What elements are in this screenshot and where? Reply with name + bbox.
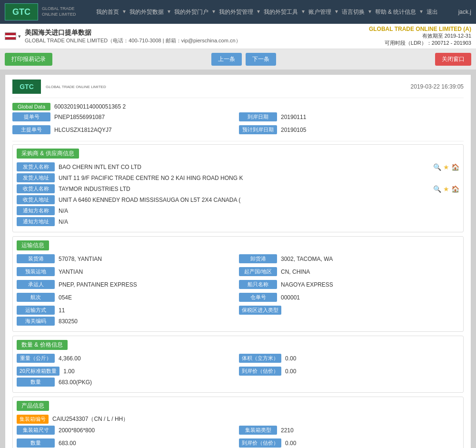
prev-button-top[interactable]: 上一条 [211, 53, 242, 66]
consignee-addr-label: 收货人地址 [17, 195, 55, 204]
nav-logout[interactable]: 退出 [423, 8, 442, 16]
weight-row: 重量（公斤） 4,366.00 [17, 354, 237, 363]
consignee-home-icon[interactable]: 🏠 [451, 185, 459, 193]
nav-account[interactable]: 账户管理 [305, 8, 335, 16]
document-card: GTC GLOBAL TRADE ONLINE LIMITED 2019-03-… [5, 74, 471, 448]
nav-bar: 我的首页 ▾ 我的外贸数据 ▾ 我的外贸门户 ▾ 我的外贸管理 ▾ 我的外贸工具… [92, 8, 442, 16]
origin-label: 起产国/地区 [239, 267, 277, 276]
card-logo-sub: GLOBAL TRADE ONLINE LIMITED [46, 85, 106, 89]
manifest-value: 000001 [281, 294, 459, 301]
shipper-name-row: 发货人名称 BAO CHERN INTL ENT CO LTD 🔍 ★ 🏠 [17, 162, 459, 171]
shipper-addr-label: 发货人地址 [17, 173, 55, 182]
prod-price-value: 0.00 [285, 440, 459, 447]
container-no-row: 集装箱编号 CAIU2543307（CN / L / HH） [17, 415, 459, 424]
ldr-info: 可用时段（LDR）：200712 - 201903 [369, 40, 471, 47]
estimated-date-value: 20190105 [281, 127, 464, 133]
shipper-addr-value: UNIT 11 9/F PACIFIC TRADE CENTRE NO 2 KA… [59, 175, 459, 181]
volume-label: 体积（立方米） [239, 354, 281, 363]
master-bill-value: HLCUSZX1812AQYJ7 [54, 127, 237, 133]
dest-port-label: 卸货港 [239, 254, 277, 263]
voyage-value: 054E [59, 294, 237, 301]
nav-portal[interactable]: 我的外贸门户 [170, 8, 212, 16]
container20-label: 20尺标准箱数量 [17, 367, 60, 376]
banner-left: ▾ 美国海关进口提单数据 GLOBAL TRADE ONLINE LIMITED… [5, 29, 241, 44]
bonded-row: 保税区进入类型 [239, 306, 459, 315]
estimated-date-row: 预计到岸日期 20190105 [239, 125, 464, 134]
notify-name-row: 通知方名称 N/A [17, 206, 459, 215]
container-no-label: 集装箱编号 [17, 415, 49, 424]
shipper-star-icon[interactable]: ★ [443, 163, 449, 171]
notify-addr-value: N/A [59, 219, 459, 225]
arrival-date-value: 20190111 [281, 114, 464, 120]
nav-manage[interactable]: 我的外贸管理 [215, 8, 257, 16]
arrival-price-label: 到岸价（估价） [239, 367, 281, 376]
prod-qty-row: 数量 683.00 [17, 438, 237, 448]
weight-value: 4,366.00 [59, 355, 237, 362]
consignee-addr-row: 收货人地址 UNIT A 6460 KENNEDY ROAD MISSISSAU… [17, 195, 459, 204]
nav-buttons-top: 上一条 下一条 [211, 53, 276, 66]
quantity-price-title: 数量 & 价格信息 [17, 340, 68, 350]
consignee-actions: 🔍 ★ 🏠 [433, 185, 459, 193]
transport-mode-row: 运输方式 11 [17, 306, 237, 315]
banner-info: 美国海关进口提单数据 GLOBAL TRADE ONLINE LIMITED（电… [25, 29, 241, 44]
logo-box: GTC [5, 3, 38, 20]
nav-data[interactable]: 我的外贸数据 [126, 8, 168, 16]
notify-addr-row: 通知方地址 N/A [17, 217, 459, 226]
qty-label: 数量 [17, 378, 55, 387]
print-button-top[interactable]: 打印报易记录 [5, 53, 52, 66]
product-title: 产品信息 [17, 401, 49, 411]
global-data-value: 600320190114000051365 2 [54, 103, 464, 110]
arrival-price-value: 0.00 [285, 368, 459, 375]
load-port-label: 装货港 [17, 254, 55, 263]
manifest-row: 仓单号 000001 [239, 293, 459, 302]
vessel-label: 船只名称 [239, 280, 277, 289]
pre-transport-label: 预装运地 [17, 267, 55, 276]
card-header: GTC GLOBAL TRADE ONLINE LIMITED 2019-03-… [12, 80, 464, 98]
consignee-star-icon[interactable]: ★ [443, 185, 449, 193]
bill-no-value: PNEP18556991087 [54, 114, 237, 120]
voyage-row: 航次 054E [17, 293, 237, 302]
voyage-label: 航次 [17, 293, 55, 302]
shipper-addr-row: 发货人地址 UNIT 11 9/F PACIFIC TRADE CENTRE N… [17, 173, 459, 182]
bill-no-row: 提单号 PNEP18556991087 [12, 112, 237, 121]
estimated-date-label: 预计到岸日期 [239, 125, 277, 134]
consignee-name-value: TAYMOR INDUSTRIES LTD [59, 186, 429, 192]
transport-mode-label: 运输方式 [17, 306, 55, 315]
nav-home[interactable]: 我的首页 [92, 8, 123, 16]
us-flag-icon [5, 32, 16, 40]
carrier-label: 承运人 [17, 280, 55, 289]
consignee-addr-value: UNIT A 6460 KENNEDY ROAD MISSISSAUGA ON … [59, 197, 459, 203]
flag-area: ▾ [5, 32, 21, 40]
product-section: 产品信息 集装箱编号 CAIU2543307（CN / L / HH） 集装箱尺… [12, 397, 464, 448]
load-port-value: 57078, YANTIAN [59, 256, 237, 262]
top-banner: ▾ 美国海关进口提单数据 GLOBAL TRADE ONLINE LIMITED… [0, 24, 476, 49]
customs-code-label: 海关编码 [17, 317, 55, 326]
company-name: GLOBAL TRADE ONLINE LIMITED (A) [369, 26, 471, 32]
load-port-row: 装货港 57078, YANTIAN [17, 254, 237, 263]
notify-name-value: N/A [59, 208, 459, 214]
card-logo-gtc: GTC [20, 83, 34, 90]
close-button-top[interactable]: 关闭窗口 [435, 53, 471, 66]
shipper-search-icon[interactable]: 🔍 [433, 163, 441, 171]
container-details-grid: 集装箱尺寸 2000*806*800 集装箱类型 2210 数量 683.00 … [17, 426, 459, 448]
banner-contact: GLOBAL TRADE ONLINE LIMITED（电话：400-710-3… [25, 37, 241, 44]
master-bill-label: 主提单号 [12, 125, 50, 134]
volume-row: 体积（立方米） 0.00 [239, 354, 459, 363]
nav-help[interactable]: 帮助 & 统计信息 [371, 8, 420, 16]
container-type-row: 集装箱类型 2210 [239, 426, 459, 435]
carrier-row: 承运人 PNEP, PANTAINER EXPRESS [17, 280, 237, 289]
main-content: GTC GLOBAL TRADE ONLINE LIMITED 2019-03-… [0, 70, 476, 448]
dest-port-value: 3002, TACOMA, WA [281, 256, 459, 262]
container-size-row: 集装箱尺寸 2000*806*800 [17, 426, 237, 435]
card-timestamp: 2019-03-22 16:39:05 [411, 83, 464, 90]
bonded-label: 保税区进入类型 [239, 306, 281, 315]
consignee-search-icon[interactable]: 🔍 [433, 185, 441, 193]
next-button-top[interactable]: 下一条 [246, 53, 276, 66]
quantity-price-section: 数量 & 价格信息 重量（公斤） 4,366.00 体积（立方米） 0.00 2… [12, 336, 464, 393]
valid-until: 有效期至 2019-12-31 [369, 32, 471, 40]
nav-tools[interactable]: 我的外贸工具 [260, 8, 302, 16]
transport-title: 运输信息 [17, 240, 49, 250]
bill-no-label: 提单号 [12, 112, 50, 121]
nav-lang[interactable]: 语言切换 [338, 8, 368, 16]
shipper-home-icon[interactable]: 🏠 [451, 163, 459, 171]
